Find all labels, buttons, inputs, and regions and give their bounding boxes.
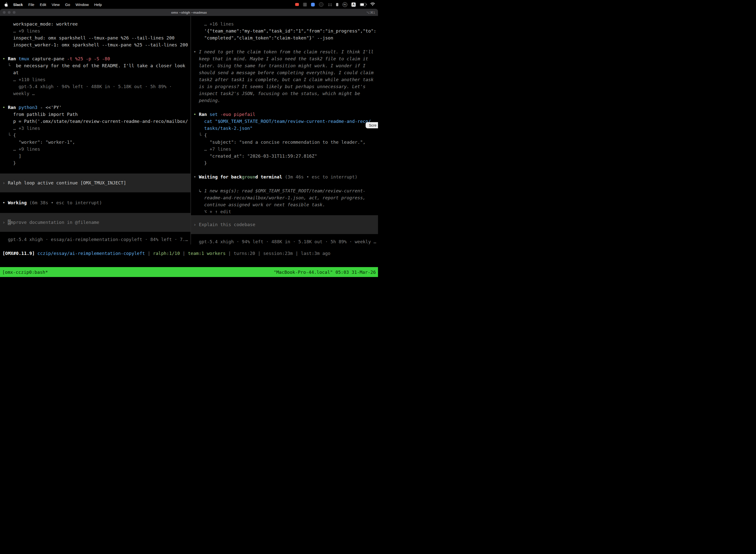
- prompt-row[interactable]: › Explain this codebase: [191, 215, 378, 234]
- terminal-line: … +9 lines: [2, 146, 190, 153]
- blank-line: [193, 167, 378, 173]
- right-pane-input-area: › Explain this codebase gpt-5.4 xhigh · …: [193, 215, 378, 244]
- terminal-app-icon[interactable]: [319, 2, 323, 7]
- terminal-line: … +7 lines: [193, 146, 378, 153]
- text-segment: at: [2, 70, 19, 75]
- text-segment: mprove documentation in @filename: [11, 220, 100, 225]
- terminal-line: └ {: [193, 132, 378, 139]
- terminal-line: task2 after task1 is complete, but can I…: [193, 76, 378, 83]
- text-segment: ↳ 1 new msg(s): read $OMX_TEAM_STATE_ROO…: [193, 188, 366, 193]
- battery-percent-icon[interactable]: 61: [342, 2, 347, 7]
- text-segment: task2 after task1 is complete, but can I…: [193, 77, 374, 82]
- text-segment: from pathlib import Path: [2, 112, 78, 117]
- blank-line: [2, 167, 190, 173]
- text-segment: gpt-5.4 xhigh · 94% left · 488K in · 5.1…: [193, 239, 376, 244]
- battery-icon[interactable]: [360, 3, 366, 6]
- terminal-line: ⌥ + ↑ edit: [193, 208, 378, 215]
- text-segment: Waiting for back: [199, 174, 242, 179]
- menu-go[interactable]: Go: [62, 2, 73, 7]
- menu-items: SlackFileEditViewGoWindowHelp: [10, 2, 105, 7]
- text-segment: |: [145, 251, 153, 256]
- menu-extra-icon[interactable]: [336, 3, 338, 6]
- left-pane-input-area: › Improve documentation in @filename gpt…: [2, 213, 190, 243]
- terminal-line: is in progress? It seems likely but perh…: [193, 83, 378, 90]
- terminal-line: should send a message before completing …: [193, 69, 378, 76]
- input-source-icon[interactable]: A: [352, 2, 356, 7]
- text-segment: |: [226, 251, 234, 256]
- terminal-line: pending.: [193, 97, 378, 104]
- menu-window[interactable]: Window: [73, 2, 91, 7]
- blank-line: [2, 48, 190, 55]
- terminal-line: }: [193, 160, 378, 167]
- terminal-line: └ {: [2, 132, 190, 139]
- terminal-line: "worker": "worker-1",: [2, 139, 190, 146]
- menu-help[interactable]: Help: [91, 2, 105, 7]
- text-segment: |: [180, 251, 188, 256]
- terminal-line: tasks/task-2.json": [193, 125, 378, 132]
- text-segment: {: [13, 132, 16, 138]
- terminal-line: • Ran set -euo pipefail: [193, 111, 378, 118]
- text-segment: - <<'PY': [40, 105, 62, 110]
- text-segment: |: [293, 251, 301, 256]
- blank-line: [193, 180, 378, 187]
- text-segment: ralph:1/10: [153, 251, 180, 256]
- terminal-line: … +16 lines: [193, 20, 378, 27]
- text-segment: cczip/essay/ai-reimplementation-copyleft: [38, 251, 145, 256]
- text-segment: … +3 lines: [2, 126, 40, 131]
- text-segment: cat "$OMX_TEAM_STATE_ROOT/team/review-cu…: [193, 119, 371, 124]
- wifi-icon[interactable]: [370, 2, 375, 7]
- text-segment: workspace_mode: worktree: [2, 21, 78, 26]
- prompt-row[interactable]: › Ralph loop active continue [OMX_TMUX_I…: [0, 173, 190, 192]
- tmux-session-label: [omx-cczip0:bash*: [2, 270, 48, 275]
- text-segment: p = Path('.omx/state/team/review-current…: [2, 119, 188, 124]
- text-segment: "completed","claim_token":"claim-token"}…: [193, 35, 333, 41]
- terminal-line: [OMX#0.11.9] cczip/essay/ai-reimplementa…: [2, 250, 378, 257]
- terminal-line: … +3 lines: [2, 125, 190, 132]
- menu-slack[interactable]: Slack: [10, 2, 25, 7]
- text-segment: … +7 lines: [193, 147, 231, 152]
- apple-menu-icon[interactable]: [3, 2, 10, 7]
- text-segment: capture-pane: [32, 56, 67, 61]
- terminal-line: • Waiting for background terminal (3m 46…: [193, 173, 378, 180]
- menu-view[interactable]: View: [49, 2, 62, 7]
- text-segment: •: [193, 174, 199, 179]
- raycast-icon[interactable]: [311, 3, 315, 6]
- text-segment: tasks/task-2.json": [193, 126, 252, 131]
- keyboard-grid-icon[interactable]: [303, 3, 307, 6]
- text-segment: pending.: [193, 98, 220, 103]
- text-segment: "subject": "send a concise recommendatio…: [193, 140, 366, 145]
- text-segment: •: [2, 200, 8, 205]
- terminal-line: workspace_mode: worktree: [2, 20, 190, 27]
- text-segment: … +9 lines: [2, 28, 40, 34]
- menu-file[interactable]: File: [25, 2, 37, 7]
- text-segment: I: [8, 220, 11, 225]
- text-segment: inspect task2's JSON, focusing on the st…: [193, 91, 360, 96]
- terminal-line: • I need to get the claim token from the…: [193, 48, 378, 55]
- terminal-line: from pathlib import Path: [2, 111, 190, 118]
- menubar-status-icons: 61 A: [295, 2, 375, 7]
- right-pane-scrollback: … +16 lines '{"team_name":"my-team","tas…: [193, 20, 378, 215]
- dots-grid-icon[interactable]: [328, 3, 332, 6]
- right-pane: … +16 lines '{"team_name":"my-team","tas…: [191, 16, 378, 244]
- text-segment: is in progress? It seems likely but perh…: [193, 84, 366, 89]
- screenshot-pill[interactable]: Scre: [366, 122, 378, 128]
- text-segment: -euo pipefail: [220, 112, 255, 117]
- terminal-line: • Ran python3 - <<'PY': [2, 104, 190, 111]
- prompt-row[interactable]: › Improve documentation in @filename: [0, 213, 190, 232]
- terminal-line: gpt-5.4 xhigh · essay/ai-reimplementatio…: [2, 236, 190, 243]
- text-segment: team:1 workers: [188, 251, 226, 256]
- text-segment: •: [193, 112, 199, 117]
- menu-edit[interactable]: Edit: [37, 2, 49, 7]
- text-segment: gpt-5.4 xhigh · 94% left · 488K in · 5.1…: [2, 84, 172, 89]
- text-segment: d terminal: [255, 174, 285, 179]
- text-segment: ⌥ + ↑ edit: [193, 209, 231, 214]
- terminal-window: omx --xhigh --madmax ⌥⌘1 workspace_mode:…: [0, 9, 378, 277]
- text-segment: ]: [2, 153, 21, 159]
- text-segment: └: [193, 132, 204, 138]
- terminal-line: "completed","claim_token":"claim-token"}…: [193, 35, 378, 42]
- screen-record-icon[interactable]: [295, 3, 299, 6]
- omx-status-line: [OMX#0.11.9] cczip/essay/ai-reimplementa…: [2, 250, 378, 257]
- text-segment: inspect_worker-1: omx sparkshell --tmux-…: [2, 42, 188, 47]
- terminal-line: p = Path('.omx/state/team/review-current…: [2, 118, 190, 125]
- terminal-line: • Ran tmux capture-pane -t %25 -p -S -80: [2, 55, 190, 62]
